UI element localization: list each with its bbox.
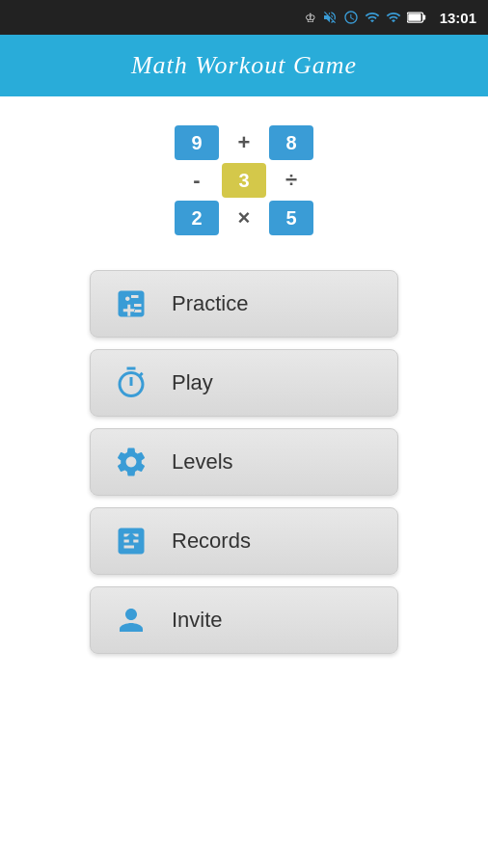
play-button[interactable]: Play	[90, 349, 398, 417]
signal-icon	[386, 10, 401, 25]
grid-cell-op-1: -	[175, 163, 219, 198]
invite-button[interactable]: Invite	[90, 586, 398, 654]
status-bar: ♔ 13:01	[0, 0, 488, 35]
main-content: 9 + 8 - 3 ÷ 2 × 5 Practice Play	[0, 96, 488, 868]
grid-cell-op-0: +	[222, 125, 266, 160]
app-title: Math Workout Game	[131, 51, 357, 80]
calculator-icon	[110, 283, 152, 325]
battery-icon	[407, 11, 426, 24]
levels-label: Levels	[172, 449, 233, 475]
wifi-icon	[365, 10, 380, 25]
mute-icon	[322, 10, 338, 25]
grid-cell-4: 5	[269, 201, 313, 235]
grid-cell-2: 3	[222, 163, 266, 198]
play-label: Play	[172, 370, 213, 395]
status-time: 13:01	[440, 10, 476, 26]
grid-cell-op-2: ÷	[269, 163, 313, 198]
bluetooth-icon: ♔	[305, 11, 316, 25]
grid-cell-3: 2	[175, 201, 219, 235]
chart-icon	[110, 520, 152, 562]
person-icon	[110, 599, 152, 641]
timer-icon	[110, 362, 152, 404]
practice-button[interactable]: Practice	[90, 270, 398, 338]
grid-cell-op-3: ×	[222, 201, 266, 235]
svg-rect-1	[422, 15, 425, 20]
records-label: Records	[172, 529, 251, 554]
gear-icon	[110, 441, 152, 483]
grid-cell-1: 8	[269, 125, 313, 160]
practice-label: Practice	[172, 291, 248, 316]
app-bar: Math Workout Game	[0, 35, 488, 96]
math-grid: 9 + 8 - 3 ÷ 2 × 5	[175, 125, 313, 235]
menu-buttons: Practice Play Levels Records	[90, 270, 398, 654]
alarm-icon	[343, 10, 359, 25]
invite-label: Invite	[172, 608, 223, 633]
svg-rect-2	[408, 14, 420, 21]
status-icons: ♔ 13:01	[305, 10, 476, 26]
records-button[interactable]: Records	[90, 507, 398, 575]
levels-button[interactable]: Levels	[90, 428, 398, 496]
grid-cell-0: 9	[175, 125, 219, 160]
